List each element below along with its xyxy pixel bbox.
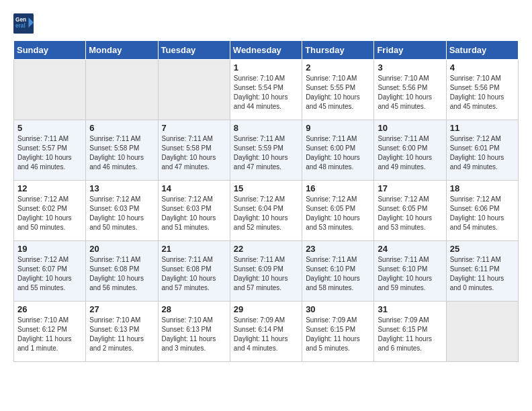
- weekday-header: Tuesday: [158, 41, 230, 60]
- day-info: Sunrise: 7:12 AMSunset: 6:04 PMDaylight:…: [234, 195, 298, 232]
- weekday-header: Friday: [374, 41, 446, 60]
- calendar-day: [158, 60, 230, 120]
- day-number: 21: [162, 244, 226, 254]
- day-number: 10: [378, 123, 442, 133]
- calendar-day: [14, 60, 86, 120]
- day-number: 4: [450, 62, 515, 73]
- calendar-day: 19Sunrise: 7:12 AMSunset: 6:07 PMDayligh…: [14, 241, 86, 302]
- day-number: 14: [162, 183, 226, 193]
- calendar-day: 12Sunrise: 7:12 AMSunset: 6:02 PMDayligh…: [14, 181, 86, 241]
- logo: Gen eral: [13, 13, 36, 34]
- calendar-day: 16Sunrise: 7:12 AMSunset: 6:05 PMDayligh…: [302, 181, 374, 241]
- calendar-week: 1Sunrise: 7:10 AMSunset: 5:54 PMDaylight…: [14, 60, 519, 120]
- day-info: Sunrise: 7:11 AMSunset: 6:00 PMDaylight:…: [378, 134, 442, 172]
- day-info: Sunrise: 7:11 AMSunset: 5:58 PMDaylight:…: [89, 134, 154, 172]
- day-number: 22: [234, 244, 298, 254]
- calendar-day: 8Sunrise: 7:11 AMSunset: 5:59 PMDaylight…: [230, 120, 302, 181]
- calendar-week: 12Sunrise: 7:12 AMSunset: 6:02 PMDayligh…: [14, 181, 519, 241]
- calendar-day: 13Sunrise: 7:12 AMSunset: 6:03 PMDayligh…: [86, 181, 158, 241]
- calendar-week: 19Sunrise: 7:12 AMSunset: 6:07 PMDayligh…: [14, 241, 519, 302]
- day-info: Sunrise: 7:12 AMSunset: 6:05 PMDaylight:…: [306, 195, 370, 232]
- day-number: 16: [306, 183, 370, 193]
- calendar-day: [446, 302, 518, 362]
- svg-text:Gen: Gen: [15, 17, 26, 23]
- day-info: Sunrise: 7:11 AMSunset: 6:11 PMDaylight:…: [450, 255, 515, 293]
- calendar-day: 15Sunrise: 7:12 AMSunset: 6:04 PMDayligh…: [230, 181, 302, 241]
- calendar-header: SundayMondayTuesdayWednesdayThursdayFrid…: [14, 41, 519, 60]
- svg-text:eral: eral: [15, 23, 26, 29]
- day-info: Sunrise: 7:10 AMSunset: 6:12 PMDaylight:…: [17, 316, 82, 353]
- calendar-day: 24Sunrise: 7:11 AMSunset: 6:10 PMDayligh…: [374, 241, 446, 302]
- day-info: Sunrise: 7:12 AMSunset: 6:03 PMDaylight:…: [162, 195, 226, 232]
- weekday-header: Wednesday: [230, 41, 302, 60]
- day-number: 12: [17, 183, 82, 193]
- day-info: Sunrise: 7:11 AMSunset: 5:59 PMDaylight:…: [234, 134, 298, 172]
- weekday-header: Saturday: [446, 41, 518, 60]
- day-number: 30: [306, 304, 370, 314]
- day-info: Sunrise: 7:12 AMSunset: 6:03 PMDaylight:…: [89, 195, 154, 232]
- calendar-day: [86, 60, 158, 120]
- calendar-day: 25Sunrise: 7:11 AMSunset: 6:11 PMDayligh…: [446, 241, 518, 302]
- day-number: 28: [162, 304, 226, 314]
- day-number: 25: [450, 244, 515, 254]
- day-number: 13: [89, 183, 154, 193]
- calendar-day: 18Sunrise: 7:12 AMSunset: 6:06 PMDayligh…: [446, 181, 518, 241]
- day-info: Sunrise: 7:10 AMSunset: 5:55 PMDaylight:…: [306, 74, 370, 111]
- day-info: Sunrise: 7:12 AMSunset: 6:02 PMDaylight:…: [17, 195, 82, 232]
- calendar-day: 4Sunrise: 7:10 AMSunset: 5:56 PMDaylight…: [446, 60, 518, 120]
- weekday-header: Sunday: [14, 41, 86, 60]
- day-number: 29: [234, 304, 298, 314]
- calendar-day: 27Sunrise: 7:10 AMSunset: 6:13 PMDayligh…: [86, 302, 158, 362]
- calendar-day: 31Sunrise: 7:09 AMSunset: 6:15 PMDayligh…: [374, 302, 446, 362]
- day-number: 1: [234, 62, 298, 73]
- weekday-header: Monday: [86, 41, 158, 60]
- day-number: 3: [378, 62, 442, 73]
- day-number: 15: [234, 183, 298, 193]
- calendar-day: 9Sunrise: 7:11 AMSunset: 6:00 PMDaylight…: [302, 120, 374, 181]
- day-number: 5: [17, 123, 82, 133]
- day-number: 18: [450, 183, 515, 193]
- calendar-day: 7Sunrise: 7:11 AMSunset: 5:58 PMDaylight…: [158, 120, 230, 181]
- calendar-day: 2Sunrise: 7:10 AMSunset: 5:55 PMDaylight…: [302, 60, 374, 120]
- day-number: 26: [17, 304, 82, 314]
- day-info: Sunrise: 7:09 AMSunset: 6:14 PMDaylight:…: [234, 316, 298, 353]
- calendar-day: 29Sunrise: 7:09 AMSunset: 6:14 PMDayligh…: [230, 302, 302, 362]
- calendar-day: 22Sunrise: 7:11 AMSunset: 6:09 PMDayligh…: [230, 241, 302, 302]
- day-number: 8: [234, 123, 298, 133]
- day-info: Sunrise: 7:12 AMSunset: 6:07 PMDaylight:…: [17, 255, 82, 293]
- calendar-day: 14Sunrise: 7:12 AMSunset: 6:03 PMDayligh…: [158, 181, 230, 241]
- day-number: 11: [450, 123, 515, 133]
- day-number: 23: [306, 244, 370, 254]
- calendar-day: 21Sunrise: 7:11 AMSunset: 6:08 PMDayligh…: [158, 241, 230, 302]
- day-info: Sunrise: 7:11 AMSunset: 6:08 PMDaylight:…: [89, 255, 154, 293]
- day-info: Sunrise: 7:10 AMSunset: 5:56 PMDaylight:…: [378, 74, 442, 111]
- calendar-day: 30Sunrise: 7:09 AMSunset: 6:15 PMDayligh…: [302, 302, 374, 362]
- day-info: Sunrise: 7:10 AMSunset: 5:56 PMDaylight:…: [450, 74, 515, 111]
- page-header: Gen eral: [13, 13, 519, 34]
- calendar-table: SundayMondayTuesdayWednesdayThursdayFrid…: [13, 40, 519, 362]
- day-info: Sunrise: 7:12 AMSunset: 6:01 PMDaylight:…: [450, 134, 515, 172]
- day-info: Sunrise: 7:12 AMSunset: 6:05 PMDaylight:…: [378, 195, 442, 232]
- day-number: 7: [162, 123, 226, 133]
- day-number: 20: [89, 244, 154, 254]
- day-info: Sunrise: 7:11 AMSunset: 5:58 PMDaylight:…: [162, 134, 226, 172]
- day-info: Sunrise: 7:10 AMSunset: 5:54 PMDaylight:…: [234, 74, 298, 111]
- weekday-header: Thursday: [302, 41, 374, 60]
- day-info: Sunrise: 7:11 AMSunset: 6:09 PMDaylight:…: [234, 255, 298, 293]
- day-info: Sunrise: 7:11 AMSunset: 6:08 PMDaylight:…: [162, 255, 226, 293]
- day-number: 31: [378, 304, 442, 314]
- day-info: Sunrise: 7:12 AMSunset: 6:06 PMDaylight:…: [450, 195, 515, 232]
- day-info: Sunrise: 7:11 AMSunset: 5:57 PMDaylight:…: [17, 134, 82, 172]
- calendar-day: 10Sunrise: 7:11 AMSunset: 6:00 PMDayligh…: [374, 120, 446, 181]
- day-number: 6: [89, 123, 154, 133]
- calendar-day: 26Sunrise: 7:10 AMSunset: 6:12 PMDayligh…: [14, 302, 86, 362]
- day-number: 2: [306, 62, 370, 73]
- calendar-day: 28Sunrise: 7:10 AMSunset: 6:13 PMDayligh…: [158, 302, 230, 362]
- day-number: 27: [89, 304, 154, 314]
- calendar-day: 1Sunrise: 7:10 AMSunset: 5:54 PMDaylight…: [230, 60, 302, 120]
- calendar-week: 26Sunrise: 7:10 AMSunset: 6:12 PMDayligh…: [14, 302, 519, 362]
- day-number: 17: [378, 183, 442, 193]
- day-info: Sunrise: 7:11 AMSunset: 6:10 PMDaylight:…: [306, 255, 370, 293]
- calendar-day: 5Sunrise: 7:11 AMSunset: 5:57 PMDaylight…: [14, 120, 86, 181]
- calendar-day: 6Sunrise: 7:11 AMSunset: 5:58 PMDaylight…: [86, 120, 158, 181]
